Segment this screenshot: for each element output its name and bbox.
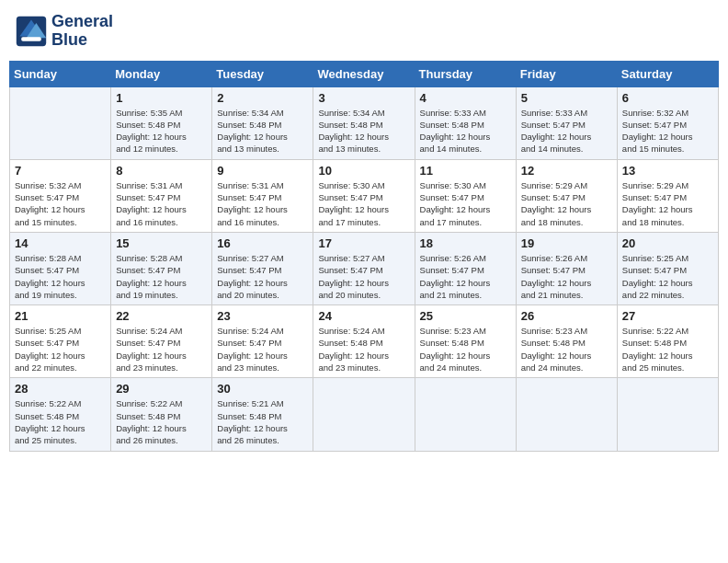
day-number: 2 [217, 91, 308, 105]
day-info: Sunrise: 5:29 AM Sunset: 5:47 PM Dayligh… [521, 179, 612, 228]
day-number: 23 [217, 309, 308, 323]
day-info: Sunrise: 5:25 AM Sunset: 5:47 PM Dayligh… [15, 325, 106, 373]
day-info: Sunrise: 5:35 AM Sunset: 5:48 PM Dayligh… [116, 107, 207, 155]
day-info: Sunrise: 5:27 AM Sunset: 5:47 PM Dayligh… [318, 252, 409, 301]
calendar-header-row: SundayMondayTuesdayWednesdayThursdayFrid… [10, 61, 719, 86]
day-cell: 11Sunrise: 5:30 AM Sunset: 5:47 PM Dayli… [415, 159, 516, 232]
day-number: 17 [318, 236, 409, 250]
day-info: Sunrise: 5:28 AM Sunset: 5:47 PM Dayligh… [15, 252, 106, 301]
day-cell: 4Sunrise: 5:33 AM Sunset: 5:48 PM Daylig… [415, 86, 516, 159]
day-cell: 20Sunrise: 5:25 AM Sunset: 5:47 PM Dayli… [617, 232, 718, 304]
day-number: 9 [217, 164, 308, 178]
day-cell: 23Sunrise: 5:24 AM Sunset: 5:47 PM Dayli… [212, 305, 313, 378]
day-info: Sunrise: 5:23 AM Sunset: 5:48 PM Dayligh… [420, 325, 511, 373]
day-cell: 29Sunrise: 5:22 AM Sunset: 5:48 PM Dayli… [111, 378, 212, 451]
day-cell: 22Sunrise: 5:24 AM Sunset: 5:47 PM Dayli… [111, 305, 212, 378]
day-number: 4 [420, 91, 511, 105]
day-cell [415, 378, 516, 451]
day-cell: 8Sunrise: 5:31 AM Sunset: 5:47 PM Daylig… [111, 159, 212, 232]
day-number: 7 [15, 164, 106, 178]
day-info: Sunrise: 5:24 AM Sunset: 5:47 PM Dayligh… [116, 325, 207, 373]
week-row-5: 28Sunrise: 5:22 AM Sunset: 5:48 PM Dayli… [10, 378, 719, 451]
day-number: 18 [420, 236, 511, 250]
day-number: 5 [521, 91, 612, 105]
day-cell: 14Sunrise: 5:28 AM Sunset: 5:47 PM Dayli… [10, 232, 111, 304]
day-number: 26 [521, 309, 612, 323]
day-info: Sunrise: 5:30 AM Sunset: 5:47 PM Dayligh… [318, 179, 409, 228]
day-number: 22 [116, 309, 207, 323]
day-cell [313, 378, 415, 451]
week-row-1: 1Sunrise: 5:35 AM Sunset: 5:48 PM Daylig… [10, 86, 719, 159]
day-info: Sunrise: 5:27 AM Sunset: 5:47 PM Dayligh… [217, 252, 308, 301]
logo: General Blue [15, 13, 113, 50]
day-info: Sunrise: 5:30 AM Sunset: 5:47 PM Dayligh… [420, 179, 511, 228]
day-number: 1 [116, 91, 207, 105]
day-number: 15 [116, 236, 207, 250]
day-cell [516, 378, 617, 451]
day-cell: 30Sunrise: 5:21 AM Sunset: 5:48 PM Dayli… [212, 378, 313, 451]
day-cell: 9Sunrise: 5:31 AM Sunset: 5:47 PM Daylig… [212, 159, 313, 232]
day-cell: 6Sunrise: 5:32 AM Sunset: 5:47 PM Daylig… [617, 86, 718, 159]
day-number: 3 [318, 91, 409, 105]
day-number: 12 [521, 164, 612, 178]
day-cell: 2Sunrise: 5:34 AM Sunset: 5:48 PM Daylig… [212, 86, 313, 159]
day-number: 14 [15, 236, 106, 250]
day-cell: 3Sunrise: 5:34 AM Sunset: 5:48 PM Daylig… [313, 86, 415, 159]
week-row-3: 14Sunrise: 5:28 AM Sunset: 5:47 PM Dayli… [10, 232, 719, 304]
day-number: 27 [622, 309, 713, 323]
calendar-table: SundayMondayTuesdayWednesdayThursdayFrid… [9, 61, 719, 452]
day-info: Sunrise: 5:25 AM Sunset: 5:47 PM Dayligh… [622, 252, 713, 301]
day-number: 10 [318, 164, 409, 178]
day-info: Sunrise: 5:32 AM Sunset: 5:47 PM Dayligh… [622, 107, 713, 155]
day-info: Sunrise: 5:33 AM Sunset: 5:47 PM Dayligh… [521, 107, 612, 155]
day-info: Sunrise: 5:32 AM Sunset: 5:47 PM Dayligh… [15, 179, 106, 228]
day-number: 13 [622, 164, 713, 178]
day-info: Sunrise: 5:31 AM Sunset: 5:47 PM Dayligh… [217, 179, 308, 228]
day-number: 6 [622, 91, 713, 105]
day-number: 20 [622, 236, 713, 250]
day-cell: 19Sunrise: 5:26 AM Sunset: 5:47 PM Dayli… [516, 232, 617, 304]
day-cell: 28Sunrise: 5:22 AM Sunset: 5:48 PM Dayli… [10, 378, 111, 451]
day-info: Sunrise: 5:33 AM Sunset: 5:48 PM Dayligh… [420, 107, 511, 155]
day-number: 8 [116, 164, 207, 178]
day-info: Sunrise: 5:34 AM Sunset: 5:48 PM Dayligh… [217, 107, 308, 155]
day-cell: 5Sunrise: 5:33 AM Sunset: 5:47 PM Daylig… [516, 86, 617, 159]
day-number: 24 [318, 309, 409, 323]
day-cell: 17Sunrise: 5:27 AM Sunset: 5:47 PM Dayli… [313, 232, 415, 304]
day-number: 30 [217, 382, 308, 396]
day-cell: 26Sunrise: 5:23 AM Sunset: 5:48 PM Dayli… [516, 305, 617, 378]
logo-name: General Blue [51, 13, 113, 50]
day-info: Sunrise: 5:26 AM Sunset: 5:47 PM Dayligh… [521, 252, 612, 301]
day-number: 16 [217, 236, 308, 250]
col-header-wednesday: Wednesday [313, 61, 415, 86]
col-header-sunday: Sunday [10, 61, 111, 86]
day-cell: 12Sunrise: 5:29 AM Sunset: 5:47 PM Dayli… [516, 159, 617, 232]
svg-rect-3 [21, 37, 41, 41]
page-header: General Blue [9, 9, 719, 53]
week-row-2: 7Sunrise: 5:32 AM Sunset: 5:47 PM Daylig… [10, 159, 719, 232]
day-number: 28 [15, 382, 106, 396]
day-number: 29 [116, 382, 207, 396]
day-info: Sunrise: 5:34 AM Sunset: 5:48 PM Dayligh… [318, 107, 409, 155]
day-number: 25 [420, 309, 511, 323]
week-row-4: 21Sunrise: 5:25 AM Sunset: 5:47 PM Dayli… [10, 305, 719, 378]
day-number: 19 [521, 236, 612, 250]
col-header-saturday: Saturday [617, 61, 718, 86]
day-cell: 13Sunrise: 5:29 AM Sunset: 5:47 PM Dayli… [617, 159, 718, 232]
day-cell: 16Sunrise: 5:27 AM Sunset: 5:47 PM Dayli… [212, 232, 313, 304]
col-header-friday: Friday [516, 61, 617, 86]
col-header-tuesday: Tuesday [212, 61, 313, 86]
day-cell: 27Sunrise: 5:22 AM Sunset: 5:48 PM Dayli… [617, 305, 718, 378]
day-info: Sunrise: 5:21 AM Sunset: 5:48 PM Dayligh… [217, 397, 308, 446]
day-info: Sunrise: 5:24 AM Sunset: 5:48 PM Dayligh… [318, 325, 409, 373]
day-cell [617, 378, 718, 451]
day-cell: 10Sunrise: 5:30 AM Sunset: 5:47 PM Dayli… [313, 159, 415, 232]
col-header-thursday: Thursday [415, 61, 516, 86]
logo-icon [15, 15, 48, 48]
day-cell: 18Sunrise: 5:26 AM Sunset: 5:47 PM Dayli… [415, 232, 516, 304]
day-info: Sunrise: 5:23 AM Sunset: 5:48 PM Dayligh… [521, 325, 612, 373]
day-info: Sunrise: 5:28 AM Sunset: 5:47 PM Dayligh… [116, 252, 207, 301]
day-info: Sunrise: 5:22 AM Sunset: 5:48 PM Dayligh… [15, 397, 106, 446]
day-info: Sunrise: 5:31 AM Sunset: 5:47 PM Dayligh… [116, 179, 207, 228]
day-number: 21 [15, 309, 106, 323]
